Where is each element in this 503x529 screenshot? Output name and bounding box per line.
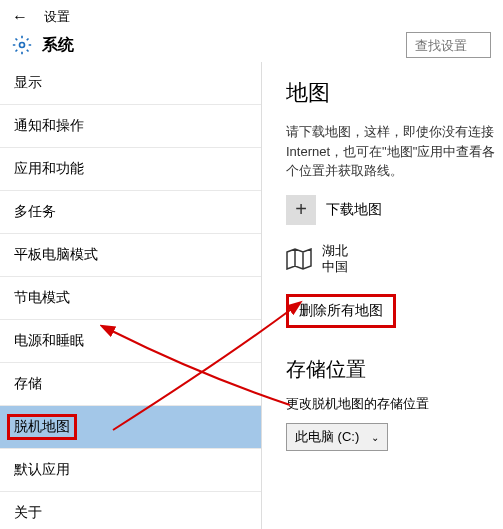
chevron-down-icon: ⌄: [371, 432, 379, 443]
sidebar-item-storage[interactable]: 存储: [0, 363, 261, 406]
sidebar-item-notifications[interactable]: 通知和操作: [0, 105, 261, 148]
annotation-highlight: 脱机地图: [7, 414, 77, 440]
download-label: 下载地图: [326, 201, 382, 219]
sidebar-item-offline-maps[interactable]: 脱机地图: [0, 406, 261, 449]
back-arrow-icon[interactable]: ←: [12, 8, 28, 26]
sidebar-item-default-apps[interactable]: 默认应用: [0, 449, 261, 492]
sidebar-item-battery[interactable]: 节电模式: [0, 277, 261, 320]
page-title: 系统: [42, 35, 74, 56]
location-row[interactable]: 湖北 中国: [286, 243, 503, 277]
svg-point-0: [20, 43, 25, 48]
map-fold-icon: [286, 248, 312, 270]
breadcrumb: 设置: [44, 8, 70, 26]
search-input[interactable]: [406, 32, 491, 58]
location-country: 中国: [322, 259, 348, 276]
sidebar-item-about[interactable]: 关于: [0, 492, 261, 529]
plus-icon: +: [295, 198, 307, 221]
sidebar-item-tablet[interactable]: 平板电脑模式: [0, 234, 261, 277]
maps-description: 请下载地图，这样，即使你没有连接 Internet，也可在"地图"应用中查看各个…: [286, 122, 503, 181]
storage-description: 更改脱机地图的存储位置: [286, 395, 503, 413]
sidebar-item-multitask[interactable]: 多任务: [0, 191, 261, 234]
sidebar-item-power[interactable]: 电源和睡眠: [0, 320, 261, 363]
gear-icon: [12, 35, 32, 55]
sidebar-item-display[interactable]: 显示: [0, 62, 261, 105]
storage-location-select[interactable]: 此电脑 (C:) ⌄: [286, 423, 388, 451]
sidebar: 显示 通知和操作 应用和功能 多任务 平板电脑模式 节电模式 电源和睡眠 存储 …: [0, 62, 262, 529]
sidebar-item-apps[interactable]: 应用和功能: [0, 148, 261, 191]
location-region: 湖北: [322, 243, 348, 260]
download-map-button[interactable]: +: [286, 195, 316, 225]
delete-all-maps-button[interactable]: 删除所有地图: [286, 294, 396, 328]
storage-heading: 存储位置: [286, 356, 503, 383]
maps-heading: 地图: [286, 78, 503, 108]
